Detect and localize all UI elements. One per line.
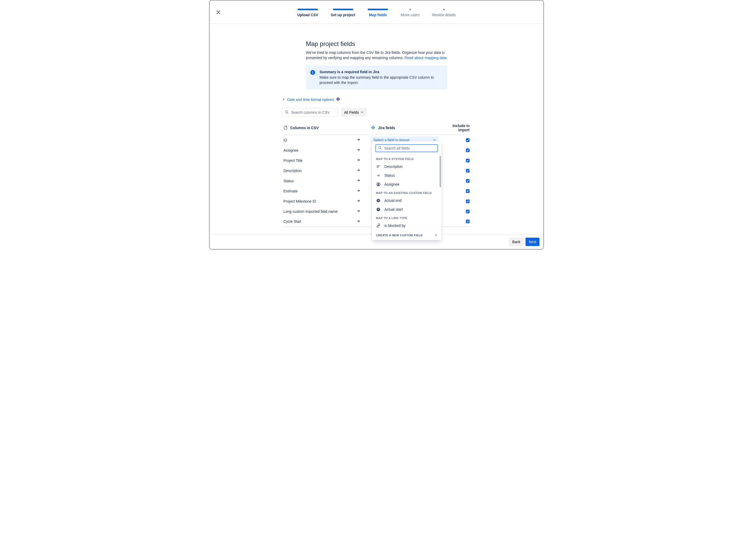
svg-line-20 xyxy=(380,148,381,149)
arrow-right-icon xyxy=(357,148,360,153)
step-label: Set up project xyxy=(331,13,355,17)
step-label: Upload CSV xyxy=(297,13,318,17)
step-move-users: Move users xyxy=(400,8,419,17)
dropdown-item-actual-start[interactable]: Actual start xyxy=(372,205,442,214)
include-checkbox[interactable] xyxy=(466,220,470,223)
dropdown-group-label: MAP TO AN EXISTING CUSTOM FIELD xyxy=(372,189,442,196)
dropdown-item-description[interactable]: Description xyxy=(372,162,442,171)
help-link[interactable]: Read about mapping data xyxy=(404,56,447,60)
clock-icon xyxy=(376,198,381,203)
header-csv: Columns in CSV xyxy=(290,126,319,130)
step-map-fields: Map fields xyxy=(368,8,388,17)
csv-column-name: Project Title xyxy=(283,158,302,163)
dropdown-group-label: MAP TO A SYSTEM FIELD xyxy=(372,155,442,162)
header-jira: Jira fields xyxy=(378,126,395,130)
create-custom-field[interactable]: CREATE A NEW CUSTOM FIELD xyxy=(372,230,442,240)
wizard-stepper: Upload CSV Set up project Map fields Mov… xyxy=(210,0,543,23)
csv-column-name: Project Milestone ID xyxy=(283,199,316,203)
search-csv-input[interactable] xyxy=(291,110,337,115)
chevron-down-icon xyxy=(360,110,364,115)
link-icon xyxy=(376,223,381,228)
dropdown-item-actual-end[interactable]: Actual end xyxy=(372,196,442,205)
field-select-popup: MAP TO A SYSTEM FIELD Description Status… xyxy=(372,141,442,240)
step-upload-csv: Upload CSV xyxy=(297,8,318,17)
dropdown-item-is-blocked-by[interactable]: is blocked by xyxy=(372,221,442,230)
filter-dropdown[interactable]: All Fields xyxy=(341,108,367,117)
csv-column-name: Assignee xyxy=(283,148,299,153)
banner-title: Summary is a required field in Jira xyxy=(319,70,443,74)
text-align-left-icon xyxy=(376,164,381,169)
banner-body: Make sure to map the summary field to th… xyxy=(319,75,443,85)
search-icon xyxy=(378,146,382,151)
include-checkbox[interactable] xyxy=(466,199,470,203)
header-include: Include in import xyxy=(442,124,471,132)
page-description: We've tried to map columns from the CSV … xyxy=(306,50,447,60)
step-label: Review details xyxy=(432,13,456,17)
search-icon xyxy=(285,110,289,115)
csv-column-name: Long custom imported field name xyxy=(283,209,338,214)
csv-column-name: Cycle Start xyxy=(283,219,301,223)
jira-icon xyxy=(371,125,375,131)
svg-point-6 xyxy=(338,98,338,99)
dropdown-group-label: MAP TO A LINK TYPE xyxy=(372,214,442,221)
clock-icon xyxy=(376,207,381,212)
include-checkbox[interactable] xyxy=(466,138,470,142)
csv-file-icon xyxy=(283,125,288,131)
chevron-right-icon xyxy=(282,98,285,102)
include-checkbox[interactable] xyxy=(466,189,470,193)
svg-rect-4 xyxy=(313,72,313,74)
next-button[interactable]: Next xyxy=(526,238,539,246)
close-icon xyxy=(216,12,221,16)
arrow-right-icon xyxy=(357,199,360,203)
step-label: Move users xyxy=(400,13,419,17)
svg-point-3 xyxy=(313,71,313,72)
arrow-right-icon xyxy=(357,138,360,142)
csv-column-name: Status xyxy=(283,179,294,183)
back-button[interactable]: Back xyxy=(509,238,523,246)
arrow-right-icon xyxy=(357,158,360,163)
info-banner: Summary is a required field in Jira Make… xyxy=(306,66,447,89)
step-set-up-project: Set up project xyxy=(331,8,355,17)
csv-column-name: ID xyxy=(283,138,287,142)
include-checkbox[interactable] xyxy=(466,179,470,183)
date-format-toggle[interactable]: Date and time format options xyxy=(282,97,471,102)
svg-rect-7 xyxy=(338,99,338,100)
svg-point-26 xyxy=(378,183,379,185)
dropdown-item-assignee[interactable]: Assignee xyxy=(372,180,442,189)
arrow-right-icon xyxy=(357,209,360,214)
search-csv-columns[interactable] xyxy=(282,108,338,117)
page-title: Map project fields xyxy=(306,40,447,47)
arrow-right-icon xyxy=(357,219,360,224)
close-button[interactable] xyxy=(215,8,222,17)
include-checkbox[interactable] xyxy=(466,210,470,213)
info-icon xyxy=(310,70,315,85)
arrow-right-icon xyxy=(376,173,381,178)
csv-column-name: Description xyxy=(283,168,302,173)
include-checkbox[interactable] xyxy=(466,169,470,173)
svg-line-9 xyxy=(288,113,288,114)
chevron-right-icon xyxy=(434,234,437,237)
arrow-right-icon xyxy=(357,179,360,183)
step-label: Map fields xyxy=(369,13,387,17)
field-search-input[interactable] xyxy=(384,146,435,150)
csv-column-name: Estimate xyxy=(283,189,298,193)
info-badge-icon xyxy=(336,97,340,102)
arrow-right-icon xyxy=(357,168,360,173)
person-icon xyxy=(376,182,381,187)
arrow-right-icon xyxy=(357,189,360,193)
include-checkbox[interactable] xyxy=(466,148,470,152)
step-review-details: Review details xyxy=(432,8,456,17)
dropdown-item-status[interactable]: Status xyxy=(372,171,442,180)
include-checkbox[interactable] xyxy=(466,159,470,162)
